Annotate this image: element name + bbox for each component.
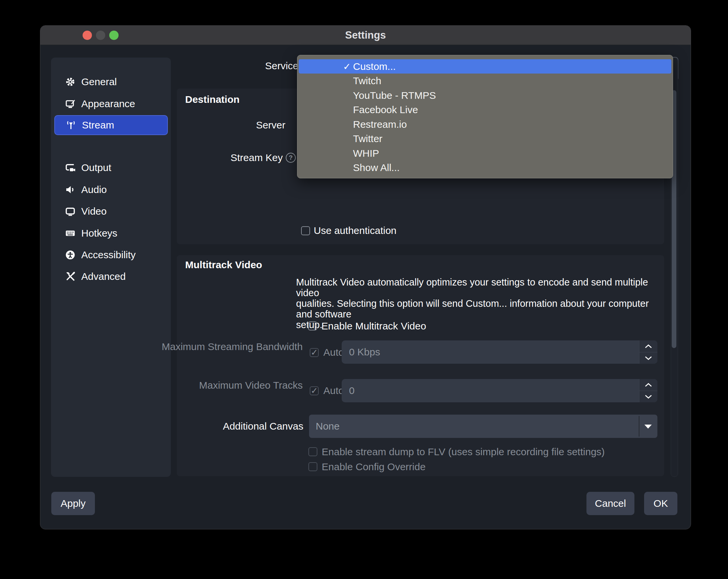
sidebar-item-label: Video	[81, 205, 107, 217]
service-dropdown-menu: ✓ Custom... Twitch YouTube - RTMPS Faceb…	[297, 55, 673, 178]
sidebar-item-video[interactable]: Video	[54, 201, 168, 221]
spin-up-icon[interactable]	[640, 379, 657, 391]
window-title: Settings	[40, 29, 691, 41]
apply-button[interactable]: Apply	[51, 492, 95, 515]
menu-item-label: WHIP	[353, 148, 379, 159]
multitrack-header: Multitrack Video	[185, 259, 262, 271]
bandwidth-auto-checkbox[interactable]: ✓	[310, 348, 319, 357]
spin-up-icon[interactable]	[640, 340, 657, 352]
ok-button-label: OK	[644, 498, 677, 509]
menu-item-twitter[interactable]: Twitter	[299, 132, 671, 146]
menu-item-label: Custom...	[353, 61, 396, 72]
menu-item-show-all[interactable]: Show All...	[299, 161, 671, 175]
menu-item-restream-io[interactable]: Restream.io	[299, 117, 671, 132]
menu-item-label: Restream.io	[353, 119, 407, 130]
menu-item-youtube-rtmps[interactable]: YouTube - RTMPS	[299, 88, 671, 103]
stream-dump-flv-checkbox[interactable]	[308, 447, 317, 456]
sidebar-item-label: Appearance	[81, 98, 135, 109]
appearance-icon	[65, 99, 76, 109]
keyboard-icon	[65, 228, 76, 239]
tracks-spinbox[interactable]: 0	[342, 379, 657, 402]
titlebar: Settings	[40, 26, 691, 45]
chevron-down-icon	[644, 424, 652, 429]
sidebar-item-accessibility[interactable]: Accessibility	[54, 245, 168, 265]
menu-item-facebook-live[interactable]: Facebook Live	[299, 103, 671, 117]
service-label: Service	[265, 60, 298, 72]
spin-down-icon[interactable]	[640, 391, 657, 402]
sidebar-item-advanced[interactable]: Advanced	[54, 267, 168, 286]
destination-header: Destination	[185, 94, 239, 105]
sidebar-item-stream[interactable]: Stream	[54, 115, 168, 135]
bandwidth-value: 0 Kbps	[349, 347, 380, 358]
stream-key-help-icon[interactable]: ?	[286, 153, 296, 163]
menu-item-label: Show All...	[353, 162, 400, 173]
spinner-buttons	[639, 340, 657, 364]
sidebar-item-label: General	[81, 76, 117, 87]
settings-window: Settings General Appearance	[40, 25, 691, 529]
menu-item-whip[interactable]: WHIP	[299, 146, 671, 160]
sidebar: General Appearance Stream	[51, 58, 171, 477]
menu-item-label: Twitter	[353, 133, 382, 144]
additional-canvas-select[interactable]: None	[309, 415, 657, 438]
cancel-button-label: Cancel	[587, 498, 634, 509]
accessibility-icon	[65, 250, 76, 260]
max-tracks-label: Maximum Video Tracks	[199, 380, 303, 391]
stream-dump-flv-label: Enable stream dump to FLV (uses simple r…	[322, 446, 605, 458]
spinner-buttons	[639, 379, 657, 402]
server-label: Server	[256, 119, 285, 131]
sidebar-item-label: Advanced	[81, 271, 126, 282]
combo-separator	[639, 416, 640, 437]
sidebar-item-hotkeys[interactable]: Hotkeys	[54, 223, 168, 243]
apply-button-label: Apply	[51, 498, 95, 509]
spin-down-icon[interactable]	[640, 352, 657, 364]
speaker-icon	[65, 184, 76, 195]
additional-canvas-value: None	[316, 421, 340, 432]
max-bandwidth-label: Maximum Streaming Bandwidth	[161, 341, 303, 352]
sidebar-item-label: Accessibility	[81, 249, 135, 260]
use-authentication-checkbox[interactable]	[301, 226, 310, 235]
check-icon: ✓	[343, 61, 351, 72]
cancel-button[interactable]: Cancel	[587, 492, 634, 515]
display-icon	[65, 206, 76, 217]
menu-item-label: Facebook Live	[353, 104, 418, 115]
sidebar-item-label: Output	[81, 162, 111, 173]
bandwidth-spinbox[interactable]: 0 Kbps	[342, 340, 657, 364]
check-mark: ✓	[311, 386, 318, 396]
sidebar-item-label: Audio	[81, 184, 107, 195]
screen: Settings General Appearance	[0, 0, 728, 579]
sidebar-item-general[interactable]: General	[54, 72, 168, 92]
check-mark: ✓	[311, 348, 318, 358]
bandwidth-auto-label: Auto	[323, 347, 344, 358]
stream-key-label: Stream Key	[231, 152, 283, 163]
sidebar-item-label: Stream	[82, 119, 114, 131]
tools-icon	[65, 271, 76, 282]
tracks-auto-checkbox[interactable]: ✓	[310, 386, 319, 395]
menu-item-label: Twitch	[353, 75, 381, 86]
tracks-value: 0	[349, 385, 355, 396]
config-override-checkbox[interactable]	[308, 462, 317, 471]
menu-item-label: YouTube - RTMPS	[353, 90, 436, 101]
enable-multitrack-checkbox[interactable]	[308, 322, 317, 330]
tracks-auto-label: Auto	[323, 385, 344, 396]
sidebar-item-output[interactable]: Output	[54, 158, 168, 178]
use-authentication-label: Use authentication	[314, 225, 397, 236]
additional-canvas-label: Additional Canvas	[223, 421, 303, 432]
sidebar-item-label: Hotkeys	[81, 228, 117, 239]
sidebar-item-audio[interactable]: Audio	[54, 180, 168, 200]
config-override-label: Enable Config Override	[322, 461, 425, 472]
gear-icon	[65, 77, 76, 87]
broadcast-antenna-icon	[66, 120, 76, 131]
camera-output-icon	[65, 162, 76, 173]
menu-item-twitch[interactable]: Twitch	[299, 74, 671, 88]
sidebar-item-appearance[interactable]: Appearance	[54, 94, 168, 114]
enable-multitrack-label: Enable Multitrack Video	[321, 321, 426, 332]
menu-item-custom[interactable]: ✓ Custom...	[299, 59, 671, 74]
ok-button[interactable]: OK	[644, 492, 677, 515]
